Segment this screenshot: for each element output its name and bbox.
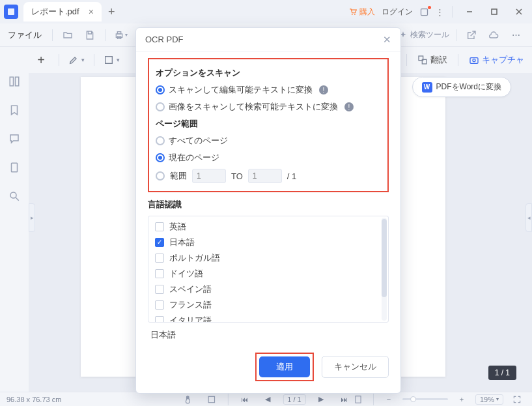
- page-indicator-badge: 1 / 1: [488, 366, 516, 380]
- svg-point-15: [473, 59, 475, 62]
- zoom-in-status[interactable]: +: [453, 391, 470, 407]
- more-menu-icon[interactable]: ⋮: [436, 7, 444, 17]
- scrollbar[interactable]: [382, 218, 387, 321]
- range-custom[interactable]: 範囲 TO / 1: [156, 169, 381, 183]
- svg-rect-3: [421, 8, 428, 15]
- minimize-button[interactable]: [460, 3, 479, 21]
- checkbox-icon: [155, 269, 164, 278]
- titlebar: レポート.pdf × + 購入 ログイン ⋮: [0, 0, 532, 23]
- cart-icon: [348, 7, 357, 16]
- cloud-icon[interactable]: [485, 27, 502, 44]
- option-editable-text[interactable]: スキャンして編集可能テキストに変換 !: [156, 84, 381, 96]
- notification-icon[interactable]: [419, 7, 429, 17]
- language-item[interactable]: 英語: [148, 219, 388, 235]
- word-icon: W: [422, 82, 432, 93]
- zoom-slider[interactable]: [402, 398, 448, 400]
- svg-rect-18: [12, 163, 18, 172]
- share-icon[interactable]: [463, 27, 480, 44]
- convert-to-word-button[interactable]: W PDFをWordに変換: [412, 77, 511, 97]
- left-sidebar: [0, 47, 29, 392]
- svg-rect-5: [492, 9, 497, 14]
- ocr-dialog: OCR PDF ✕ オプションをスキャン スキャンして編集可能テキストに変換 !…: [135, 27, 401, 394]
- file-menu[interactable]: ファイル: [8, 29, 42, 41]
- language-label: 日本語: [169, 237, 195, 248]
- expand-left-handle[interactable]: ▸: [29, 203, 35, 232]
- login-link[interactable]: ログイン: [382, 7, 413, 18]
- comment-icon[interactable]: [6, 130, 23, 147]
- thumbnails-icon[interactable]: [6, 73, 23, 90]
- apply-highlight: 適用: [255, 353, 314, 381]
- info-icon[interactable]: !: [319, 85, 328, 94]
- language-label: フランス語: [169, 299, 212, 311]
- attachment-icon[interactable]: [6, 159, 23, 176]
- fullscreen-icon[interactable]: [509, 391, 525, 407]
- page-range-title: ページ範囲: [156, 118, 381, 130]
- info-icon[interactable]: !: [344, 102, 354, 111]
- close-button[interactable]: [510, 3, 528, 21]
- language-label: イタリア語: [169, 315, 212, 323]
- svg-point-2: [354, 14, 356, 15]
- svg-rect-21: [208, 396, 214, 402]
- zoom-in-button[interactable]: +: [33, 51, 49, 68]
- print-icon[interactable]: ▾: [112, 27, 129, 44]
- translate-button[interactable]: 翻訳: [417, 54, 447, 66]
- open-icon[interactable]: [59, 27, 76, 44]
- highlighted-section: オプションをスキャン スキャンして編集可能テキストに変換 ! 画像をスキャンして…: [148, 58, 389, 192]
- selected-language-label: 日本語: [148, 323, 389, 346]
- page-number-input[interactable]: 1 / 1: [283, 394, 305, 405]
- range-from-input[interactable]: [192, 169, 226, 183]
- language-item[interactable]: 日本語: [148, 235, 388, 250]
- new-tab-button[interactable]: +: [108, 5, 115, 19]
- radio-icon: [156, 153, 165, 162]
- language-item[interactable]: イタリア語: [148, 313, 388, 323]
- option-searchable-text[interactable]: 画像をスキャンして検索可能テキストに変換 !: [156, 101, 381, 113]
- svg-rect-11: [105, 57, 113, 64]
- dialog-title: OCR PDF: [145, 35, 184, 44]
- expand-dots-icon[interactable]: ⋯: [507, 27, 524, 44]
- apply-button[interactable]: 適用: [259, 356, 310, 377]
- language-label: ドイツ語: [169, 268, 203, 280]
- bookmark-icon[interactable]: [6, 102, 23, 119]
- search-icon[interactable]: [6, 188, 23, 205]
- language-list[interactable]: 英語日本語ポルトガル語ドイツ語スペイン語フランス語イタリア語中国語（繁体字）: [148, 216, 389, 323]
- capture-button[interactable]: キャプチャ: [469, 54, 524, 66]
- checkbox-icon: [155, 316, 164, 323]
- svg-point-19: [10, 192, 16, 198]
- range-to-input[interactable]: [248, 169, 282, 183]
- svg-rect-14: [470, 58, 478, 64]
- dialog-close-icon[interactable]: ✕: [383, 34, 391, 46]
- tab-close-icon[interactable]: ×: [89, 7, 94, 17]
- language-label: 英語: [169, 221, 186, 233]
- cancel-button[interactable]: キャンセル: [322, 356, 389, 378]
- checkbox-icon: [155, 285, 164, 294]
- language-item[interactable]: スペイン語: [148, 282, 388, 297]
- radio-icon: [156, 85, 165, 94]
- expand-right-handle[interactable]: ◂: [525, 203, 532, 232]
- dialog-header: OCR PDF ✕: [136, 28, 400, 51]
- radio-icon: [156, 102, 165, 111]
- svg-rect-17: [16, 77, 19, 86]
- translate-icon: [417, 55, 428, 65]
- buy-link[interactable]: 購入: [348, 7, 375, 18]
- language-item[interactable]: ドイツ語: [148, 266, 388, 282]
- search-tool[interactable]: 検索ツール: [399, 29, 449, 40]
- svg-point-1: [352, 14, 353, 15]
- range-all-pages[interactable]: すべてのページ: [156, 135, 381, 147]
- language-label: スペイン語: [169, 283, 212, 295]
- checkbox-icon: [155, 300, 164, 310]
- shape-tool[interactable]: ▾: [104, 55, 120, 65]
- maximize-button[interactable]: [485, 3, 503, 21]
- svg-rect-22: [356, 396, 361, 403]
- svg-rect-16: [10, 77, 13, 86]
- language-item[interactable]: ポルトガル語: [148, 250, 388, 266]
- highlight-tool[interactable]: ▾: [68, 55, 85, 65]
- range-current-page[interactable]: 現在のページ: [156, 152, 381, 164]
- zoom-select[interactable]: 19% ▾: [475, 394, 503, 405]
- app-icon: [4, 5, 18, 19]
- status-bar: 96.38 x 76.73 cm ⏮ ◀ 1 / 1 ▶ ⏭ − + 19% ▾: [0, 392, 532, 406]
- tab-title: レポート.pdf: [31, 6, 79, 18]
- document-tab[interactable]: レポート.pdf ×: [23, 2, 102, 22]
- camera-icon: [469, 55, 479, 65]
- language-item[interactable]: フランス語: [148, 297, 388, 313]
- save-icon[interactable]: [81, 27, 98, 44]
